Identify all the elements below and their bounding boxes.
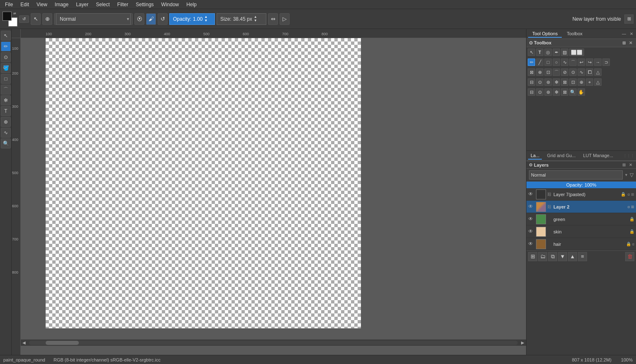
layers-close-button[interactable]: ✕ xyxy=(628,162,634,167)
layer-7-more-icon[interactable]: ⊞ xyxy=(631,192,634,197)
tool-ellipse-sel2[interactable]: ⊙ xyxy=(536,88,543,96)
menu-select[interactable]: Select xyxy=(93,1,113,8)
menu-settings[interactable]: Settings xyxy=(132,1,157,8)
tool-rect-sel[interactable]: ⊟ xyxy=(528,78,535,86)
tool-text[interactable]: T xyxy=(536,49,543,56)
layer-2-visibility-toggle[interactable]: 👁 xyxy=(528,204,535,210)
tool-rotate[interactable]: ⌒ xyxy=(553,68,560,76)
opacity-value[interactable]: 1.00 xyxy=(193,16,202,22)
layer-7-visibility-toggle[interactable]: 👁 xyxy=(528,191,535,198)
tool-by-color-sel[interactable]: ⊠ xyxy=(561,78,568,86)
size-value[interactable]: 38.45 px xyxy=(233,16,252,22)
tool-fuzzy-sel[interactable]: ✻ xyxy=(553,78,560,86)
layer-row-green[interactable]: 👁 green 🔒 xyxy=(526,213,636,226)
tool-foreground-sel[interactable]: ⊕ xyxy=(578,78,585,86)
menu-edit[interactable]: Edit xyxy=(17,1,32,8)
paint-mode-dropdown[interactable]: Normal xyxy=(56,13,131,25)
menu-image[interactable]: Image xyxy=(51,1,72,8)
new-layer-button[interactable]: ⊞ xyxy=(528,252,537,261)
scroll-thumb[interactable] xyxy=(46,341,79,345)
left-tool-smudge[interactable]: ∿ xyxy=(1,128,11,138)
tool-shear[interactable]: ⊙ xyxy=(569,68,577,76)
toolbox-attach-button[interactable]: ⊞ xyxy=(621,40,627,46)
tool-refresh-button[interactable]: ↺ xyxy=(158,13,168,25)
tool-free-sel2[interactable]: ⊛ xyxy=(544,88,552,96)
lock-position-icon[interactable]: ▽ xyxy=(630,172,634,178)
swap-colors-icon[interactable]: ⇄ xyxy=(13,12,17,16)
left-tool-lasso[interactable]: ⌒ xyxy=(1,85,11,95)
layer-skin-lock-icon[interactable]: 🔒 xyxy=(629,229,634,234)
tool-rect-sel2[interactable]: ⊟ xyxy=(528,88,535,96)
toolbox-tab[interactable]: Toolbox xyxy=(563,30,587,38)
tool-smudge[interactable]: → xyxy=(594,58,602,66)
tool-clone[interactable]: □ xyxy=(544,58,552,66)
layer-7-alpha-icon[interactable]: α xyxy=(628,192,630,197)
tool-pencil[interactable]: ╱ xyxy=(536,58,543,66)
tool-perspective-clone[interactable]: ∿ xyxy=(561,58,568,66)
layer-green-lock-icon[interactable]: 🔒 xyxy=(629,217,634,221)
menu-file[interactable]: File xyxy=(2,1,16,8)
menu-help[interactable]: Help xyxy=(183,1,200,8)
layer-skin-visibility-toggle[interactable]: 👁 xyxy=(528,228,535,235)
grid-tab[interactable]: Grid and Gu... xyxy=(544,152,578,160)
size-spinner[interactable]: ▲ ▼ xyxy=(254,15,257,22)
mode-dropdown-arrow[interactable]: ▼ xyxy=(624,173,628,177)
toolbox-close-button[interactable]: ✕ xyxy=(628,40,634,46)
menu-layer[interactable]: Layer xyxy=(73,1,92,8)
tool-scale[interactable]: ⊘ xyxy=(561,68,568,76)
layer-2-alpha-icon[interactable]: α xyxy=(628,205,630,209)
move-layer-down-button[interactable]: ▼ xyxy=(558,252,567,261)
opacity-bar[interactable]: Opacity: 100% xyxy=(526,182,636,188)
tool-paint-button[interactable]: 🖌 xyxy=(146,13,156,25)
opacity-spinner[interactable]: ▲ ▼ xyxy=(204,15,207,22)
size-control[interactable]: Size: 38.45 px ▲ ▼ xyxy=(217,13,266,25)
tool-paths[interactable]: ✻ xyxy=(553,88,560,96)
layer-2-more-icon[interactable]: ⊞ xyxy=(631,205,634,209)
tool-measure[interactable]: ⊠ xyxy=(561,88,568,96)
layer-7-chain-icon[interactable]: ⛓ xyxy=(547,192,552,197)
foreground-color-swatch[interactable] xyxy=(2,12,12,21)
tool-pattern[interactable]: ▨ xyxy=(561,49,568,56)
left-tool-arrow[interactable]: ↖ xyxy=(1,31,11,41)
left-tool-fuzzy[interactable]: ✻ xyxy=(1,95,11,105)
new-layer-group-button[interactable]: 🗂 xyxy=(538,252,547,261)
panel-min-button[interactable]: — xyxy=(621,31,627,36)
tool-warp[interactable]: ⌖ xyxy=(586,78,593,86)
opacity-control[interactable]: Opacity: 1.00 ▲ ▼ xyxy=(169,13,215,25)
tool-align[interactable]: ⊕ xyxy=(536,68,543,76)
new-layer-icon[interactable]: ⊞ xyxy=(624,15,634,24)
tool-move[interactable]: ⊠ xyxy=(528,68,535,76)
lut-tab[interactable]: LUT Manage... xyxy=(581,152,616,160)
tool-zoom-button[interactable]: ⊕ xyxy=(42,13,52,25)
canvas-area[interactable]: ◀ ▶ xyxy=(21,38,526,355)
tool-options-tab[interactable]: Tool Options xyxy=(528,30,562,38)
tool-transform3d[interactable]: △ xyxy=(594,68,602,76)
tool-scissors[interactable]: ⊡ xyxy=(569,78,577,86)
layers-tab[interactable]: La... xyxy=(528,152,542,160)
color-swatch[interactable]: ⇄ xyxy=(2,12,17,27)
layers-attach-button[interactable]: ⊞ xyxy=(621,162,627,167)
left-tool-paint[interactable]: ✏ xyxy=(1,41,11,51)
panel-close-button[interactable]: ✕ xyxy=(629,31,634,36)
flip-h-button[interactable]: ⇔ xyxy=(268,13,278,25)
tool-pointer[interactable]: ↖ xyxy=(528,49,535,56)
tool-zoom[interactable]: 🔍 xyxy=(569,88,577,96)
tool-color-picker[interactable]: ◎ xyxy=(544,49,552,56)
tool-ink[interactable]: ✒ xyxy=(553,49,560,56)
left-tool-eraser[interactable]: ⊙ xyxy=(1,52,11,62)
layer-row-skin[interactable]: 👁 skin 🔒 xyxy=(526,226,636,238)
tool-blur[interactable]: ⌒ xyxy=(569,58,577,66)
menu-view[interactable]: View xyxy=(33,1,51,8)
tool-flip[interactable]: ⧠ xyxy=(586,68,593,76)
layer-hair-lock-icon[interactable]: 🔒 xyxy=(626,242,631,246)
scroll-right-button[interactable]: ▶ xyxy=(519,340,526,345)
horizontal-scrollbar[interactable]: ◀ ▶ xyxy=(21,339,526,346)
layer-row-7pasted[interactable]: 👁 ⛓ Layer 7(pasted) 🔒 α ⊞ xyxy=(526,188,636,201)
layer-row-2[interactable]: 👁 ⛓ Layer 2 α ⊞ xyxy=(526,201,636,213)
duplicate-layer-button[interactable]: ⧉ xyxy=(548,252,557,261)
merge-layers-button[interactable]: ≡ xyxy=(578,252,587,261)
move-layer-up-button[interactable]: ▲ xyxy=(568,252,577,261)
tool-eraser-button[interactable]: ⦿ xyxy=(134,13,144,25)
scroll-track[interactable] xyxy=(29,341,518,345)
tool-burn[interactable]: ↪ xyxy=(586,58,593,66)
